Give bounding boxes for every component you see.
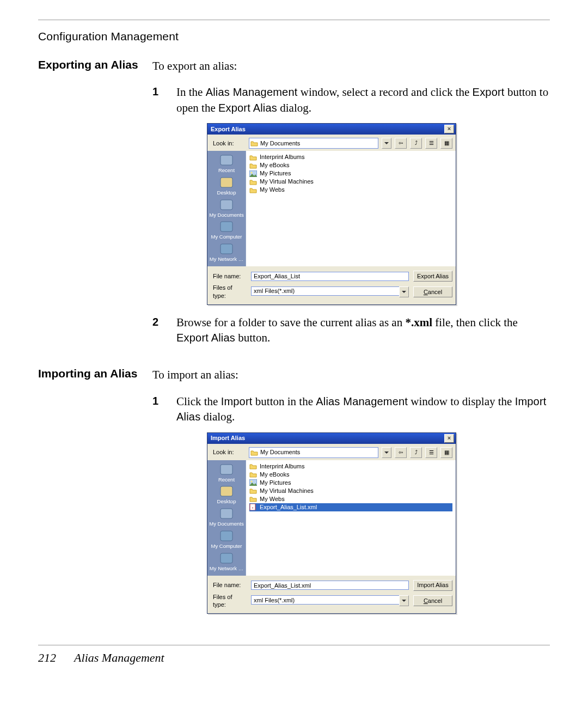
lookin-value: My Documents bbox=[260, 139, 300, 148]
export-dialog-title: Export Alias bbox=[211, 125, 246, 133]
filetype-label: Files of type: bbox=[213, 593, 247, 609]
file-list-item[interactable]: My Pictures bbox=[249, 169, 452, 178]
lookin-combo[interactable]: My Documents bbox=[249, 447, 378, 458]
filetype-value[interactable] bbox=[251, 595, 399, 605]
places-bar-item[interactable]: Desktop bbox=[217, 176, 236, 197]
up-icon[interactable]: ⤴ bbox=[410, 447, 422, 458]
places-bar-item[interactable]: My Network … bbox=[210, 552, 243, 572]
chapter-title: Configuration Management bbox=[38, 30, 550, 43]
svg-rect-4 bbox=[220, 244, 232, 254]
page-footer: 212 Alias Management bbox=[38, 645, 550, 665]
places-bar-item[interactable]: My Computer bbox=[211, 530, 242, 550]
file-item-label: My Webs bbox=[260, 186, 285, 194]
file-list-item[interactable]: My Webs bbox=[249, 186, 452, 194]
export-alias-button[interactable]: Export Alias bbox=[413, 271, 452, 282]
file-list-item[interactable]: Interprint Albums bbox=[249, 462, 452, 471]
view-details-icon[interactable]: ▦ bbox=[440, 447, 452, 458]
lookin-dropdown-icon[interactable] bbox=[382, 138, 391, 149]
file-list-item[interactable]: My eBooks bbox=[249, 471, 452, 479]
filename-input[interactable] bbox=[251, 581, 409, 590]
file-list-item[interactable]: My Webs bbox=[249, 495, 452, 503]
up-icon[interactable]: ⤴ bbox=[410, 138, 422, 149]
places-bar-item[interactable]: My Computer bbox=[211, 221, 242, 241]
filetype-dropdown-icon[interactable] bbox=[399, 595, 409, 606]
export-step-2: Browse for a folder to save the current … bbox=[176, 315, 550, 346]
svg-point-13 bbox=[251, 481, 253, 483]
cancel-button[interactable]: Cancel bbox=[413, 286, 452, 297]
file-list-item[interactable]: My Virtual Machines bbox=[249, 178, 452, 186]
file-list-item[interactable]: Interprint Albums bbox=[249, 153, 452, 161]
lookin-dropdown-icon[interactable] bbox=[382, 447, 391, 458]
section-heading-import: Importing an Alias bbox=[38, 367, 152, 380]
places-bar-label: My Computer bbox=[211, 543, 242, 550]
section-heading-export: Exporting an Alias bbox=[38, 58, 152, 71]
filetype-combo[interactable] bbox=[251, 286, 409, 297]
view-list-icon[interactable]: ☰ bbox=[425, 138, 437, 149]
filetype-value[interactable] bbox=[251, 286, 399, 296]
export-step-1: In the Alias Management window, select a… bbox=[176, 84, 550, 115]
places-bar-item[interactable]: Recent bbox=[218, 463, 235, 484]
svg-rect-1 bbox=[220, 178, 232, 187]
file-item-label: My Pictures bbox=[260, 479, 291, 487]
svg-rect-11 bbox=[220, 553, 232, 563]
svg-rect-10 bbox=[220, 531, 232, 541]
file-item-label: My Virtual Machines bbox=[260, 178, 314, 186]
export-intro: To export an alias: bbox=[152, 58, 550, 74]
places-bar-item[interactable]: My Documents bbox=[209, 199, 243, 219]
import-dialog-screenshot: Import Alias × Look in: My Documents ⇦ bbox=[207, 432, 550, 614]
back-icon[interactable]: ⇦ bbox=[395, 447, 407, 458]
file-item-label: My eBooks bbox=[260, 161, 289, 169]
filename-input[interactable] bbox=[251, 272, 409, 281]
file-item-label: Interprint Albums bbox=[260, 153, 305, 161]
places-bar-label: My Network … bbox=[210, 256, 243, 263]
view-details-icon[interactable]: ▦ bbox=[440, 138, 452, 149]
cancel-button[interactable]: Cancel bbox=[413, 595, 452, 606]
file-item-label: Export_Alias_List.xml bbox=[260, 503, 317, 511]
places-bar-label: Recent bbox=[218, 477, 235, 484]
file-item-label: My Virtual Machines bbox=[260, 487, 314, 495]
lookin-label: Look in: bbox=[213, 448, 246, 456]
view-list-icon[interactable]: ☰ bbox=[425, 447, 437, 458]
svg-rect-3 bbox=[220, 222, 232, 231]
import-alias-dialog: Import Alias × Look in: My Documents ⇦ bbox=[207, 432, 456, 614]
step-number: 1 bbox=[152, 394, 176, 425]
svg-rect-8 bbox=[220, 486, 232, 496]
filetype-combo[interactable] bbox=[251, 595, 409, 606]
file-item-label: My Pictures bbox=[260, 169, 291, 178]
export-dialog-screenshot: Export Alias × Look in: My Documents ⇦ bbox=[207, 123, 550, 305]
places-bar-item[interactable]: Desktop bbox=[217, 485, 236, 505]
export-alias-dialog: Export Alias × Look in: My Documents ⇦ bbox=[207, 123, 456, 305]
file-list-item[interactable]: My Virtual Machines bbox=[249, 487, 452, 495]
filetype-dropdown-icon[interactable] bbox=[399, 286, 409, 297]
import-alias-button[interactable]: Import Alias bbox=[413, 580, 452, 591]
file-list-item[interactable]: My Pictures bbox=[249, 479, 452, 487]
places-bar-label: Desktop bbox=[217, 190, 236, 197]
file-item-label: My eBooks bbox=[260, 471, 289, 479]
import-intro: To import an alias: bbox=[152, 367, 550, 382]
places-bar-item[interactable]: My Documents bbox=[209, 508, 243, 528]
lookin-combo[interactable]: My Documents bbox=[249, 138, 378, 149]
step-number: 2 bbox=[152, 315, 176, 346]
filename-label: File name: bbox=[213, 581, 247, 589]
page-number: 212 bbox=[38, 651, 56, 664]
places-bar-label: My Computer bbox=[211, 234, 242, 241]
filename-label: File name: bbox=[213, 272, 247, 280]
back-icon[interactable]: ⇦ bbox=[395, 138, 407, 149]
file-list-item[interactable]: My eBooks bbox=[249, 161, 452, 169]
import-step-1: Click the Import button in the Alias Man… bbox=[176, 394, 550, 425]
svg-text:x: x bbox=[252, 506, 254, 509]
svg-rect-7 bbox=[220, 465, 232, 474]
file-list-item[interactable]: xExport_Alias_List.xml bbox=[249, 503, 452, 511]
places-bar-label: My Network … bbox=[210, 565, 243, 572]
lookin-label: Look in: bbox=[213, 139, 246, 148]
filetype-label: Files of type: bbox=[213, 284, 247, 300]
close-icon[interactable]: × bbox=[444, 434, 454, 443]
close-icon[interactable]: × bbox=[444, 125, 454, 133]
footer-title: Alias Management bbox=[74, 651, 164, 664]
import-dialog-title: Import Alias bbox=[211, 434, 245, 442]
places-bar-label: Desktop bbox=[217, 498, 236, 505]
svg-rect-9 bbox=[220, 509, 232, 518]
file-item-label: Interprint Albums bbox=[260, 462, 305, 471]
places-bar-item[interactable]: My Network … bbox=[210, 243, 243, 263]
places-bar-item[interactable]: Recent bbox=[218, 154, 235, 174]
